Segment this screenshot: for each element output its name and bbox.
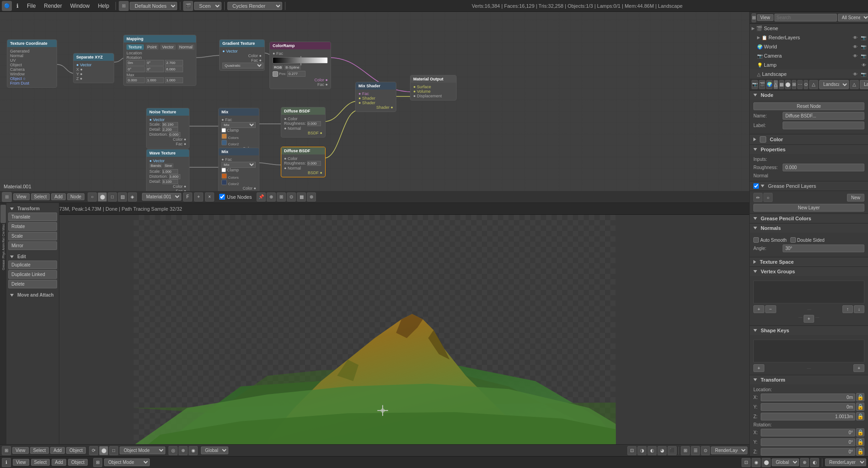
vg-up-btn[interactable]: ↑ (842, 305, 853, 313)
double-sided-checkbox[interactable] (790, 237, 796, 243)
shading-icon3[interactable]: ◐ (647, 446, 657, 455)
tab-anim[interactable]: Anim (2, 243, 5, 250)
shading-icon5[interactable]: ⬛ (668, 446, 677, 455)
diffuse1-roughness[interactable] (307, 121, 321, 126)
shading-icon1[interactable]: ⊡ (627, 446, 637, 455)
gp-edit-icon[interactable]: ✏ (753, 193, 763, 202)
vp-view-btn[interactable]: View (12, 447, 29, 454)
noise-detail[interactable] (162, 127, 178, 132)
properties-section-header[interactable]: Properties (750, 145, 868, 154)
camera-camera-icon[interactable]: 📷 (861, 53, 866, 58)
vp-icon1[interactable]: ⟳ (89, 446, 98, 455)
material-browse-icon[interactable]: F (183, 192, 192, 202)
overlay-icon[interactable]: ⊙ (287, 192, 296, 202)
wave-distortion[interactable] (169, 174, 180, 179)
outliner-item-lamp[interactable]: 💡 Lamp 👁 (750, 60, 868, 69)
gp-stroke-icon[interactable]: ○ (763, 193, 773, 202)
menu-render[interactable]: Render (40, 2, 65, 10)
gp-layers-checkbox[interactable] (753, 183, 759, 189)
grid-icon[interactable]: ▦ (297, 192, 306, 202)
rp-type-icon[interactable]: ⊞ (752, 13, 756, 22)
gradient-type-select[interactable]: Quadratic (222, 63, 263, 69)
color-swatch[interactable] (760, 136, 766, 143)
add-btn[interactable]: Add (51, 193, 66, 200)
vp-icon2[interactable]: ⬤ (99, 446, 108, 455)
rot-z-input[interactable]: 0° (761, 448, 855, 456)
move-attach-header[interactable]: Move and Attach (8, 291, 57, 299)
noise-distortion[interactable] (169, 132, 180, 137)
snap-vp-icon[interactable]: ⊕ (179, 446, 188, 455)
landscape-select1[interactable]: Landscape (819, 80, 849, 89)
editor-type-select[interactable]: Default Nodes (130, 2, 177, 10)
gp-layers-header[interactable]: Grease Pencil Layers (750, 181, 868, 191)
texture-props-icon[interactable]: ⊞ (792, 80, 796, 89)
snap-icon[interactable]: ⊕ (267, 192, 276, 202)
pivot-icon[interactable]: ◎ (168, 446, 178, 455)
edit-header[interactable]: Edit (8, 253, 57, 261)
vp-misc-icon3[interactable]: ⊙ (701, 446, 710, 455)
color-section-header[interactable]: Color (750, 134, 868, 144)
landscape-btn-icon1[interactable]: △ (809, 80, 818, 89)
world-camera-icon[interactable]: 📷 (861, 44, 866, 49)
mapping-loc-y[interactable] (146, 60, 164, 66)
loc-z-input[interactable]: 1.0013m (761, 413, 855, 420)
node-canvas[interactable]: Texture Coordinate Generated Normal UV O… (0, 12, 868, 191)
use-nodes-checkbox[interactable] (219, 194, 225, 200)
loc-x-input[interactable]: 0m (761, 394, 855, 401)
scene-props-icon[interactable]: 🎬 (759, 80, 765, 89)
loc-z-lock[interactable]: 🔒 (856, 412, 864, 420)
colorramp-pos[interactable] (287, 71, 305, 77)
vg-down-btn[interactable]: ↓ (854, 305, 864, 313)
vertex-groups-header[interactable]: Vertex Groups (750, 267, 868, 276)
mapping-rot-z[interactable] (165, 66, 183, 72)
render-props-icon[interactable]: 📷 (752, 80, 758, 89)
reset-node-btn[interactable]: Reset Node (753, 102, 864, 110)
node-mode-icon5[interactable]: ◈ (128, 192, 137, 202)
object-props-icon[interactable]: △ (773, 80, 778, 89)
node-mix2[interactable]: Mix ● Fac Mix Clamp Colors (218, 148, 259, 193)
view-btn[interactable]: View (13, 193, 30, 200)
bottom-shading-icon3[interactable]: ⬤ (762, 458, 771, 467)
mapping-max-z[interactable] (165, 77, 183, 83)
rot-x-input[interactable]: 0° (761, 429, 855, 436)
mix2-clamp[interactable] (221, 168, 226, 172)
blender-logo-icon[interactable]: 🔵 (2, 1, 12, 11)
node-colorramp[interactable]: ColorRamp ● Fac RGB B-Spline Pos: (269, 42, 331, 89)
material-delete-icon[interactable]: × (205, 192, 214, 202)
duplicate-btn[interactable]: Duplicate (8, 261, 57, 269)
select-btn[interactable]: Select (31, 193, 50, 200)
rot-z-lock[interactable]: 🔒 (856, 447, 864, 456)
mirror-btn[interactable]: Mirror (8, 241, 57, 250)
bottom-add-btn[interactable]: Add (52, 459, 66, 466)
menu-window[interactable]: Window (67, 2, 94, 10)
bottom-select-btn[interactable]: Select (31, 459, 50, 466)
material-props-icon[interactable]: ⬤ (785, 80, 791, 89)
mix1-clamp[interactable] (221, 128, 226, 133)
node-wave1[interactable]: Wave Texture ● Vector Bands Sine Scale: … (146, 149, 189, 196)
roughness-input[interactable]: 0.000 (783, 164, 864, 171)
gp-new-btn[interactable]: New (847, 194, 864, 202)
proportional-icon[interactable]: ◉ (189, 446, 198, 455)
tab-misc[interactable]: Misc (2, 224, 5, 230)
renderlayers-camera-icon[interactable]: 📷 (861, 35, 866, 40)
node-gradient[interactable]: Gradient Texture ● Vector Color ● Fac ● … (219, 39, 265, 71)
mapping-max-y[interactable] (146, 77, 164, 83)
viewport-canvas[interactable]: X Z Y (1) Landscape (0, 215, 749, 456)
node-noise1[interactable]: Noise Texture ● Vector Scale: Detail: Di… (146, 108, 189, 149)
object-mode-select[interactable]: Object Mode (120, 447, 165, 454)
node-name-input[interactable] (783, 112, 864, 120)
scale-btn[interactable]: Scale (8, 232, 57, 240)
node-mix-shader[interactable]: Mix Shader ● Fac ● Shader ● Shader Shade… (355, 82, 396, 112)
bottom-mode-select[interactable]: Object Mode (104, 458, 150, 466)
node-separate-xyz[interactable]: Separate XYZ ● Vector X ● Y ● Z ● (73, 53, 114, 83)
tab-tools[interactable] (0, 205, 6, 223)
texture-space-header[interactable]: Texture Space (750, 257, 868, 266)
bottom-prop-icon[interactable]: ◐ (810, 458, 819, 467)
material-select[interactable]: Material.001 (142, 193, 181, 201)
bottom-layer-select[interactable]: RenderLayer (825, 458, 866, 466)
noise-scale[interactable] (162, 122, 178, 127)
menu-file[interactable]: File (23, 2, 39, 10)
outliner-search-input[interactable] (774, 14, 837, 21)
rot-x-lock[interactable]: 🔒 (856, 428, 864, 436)
bottom-view-btn[interactable]: View (13, 459, 29, 466)
